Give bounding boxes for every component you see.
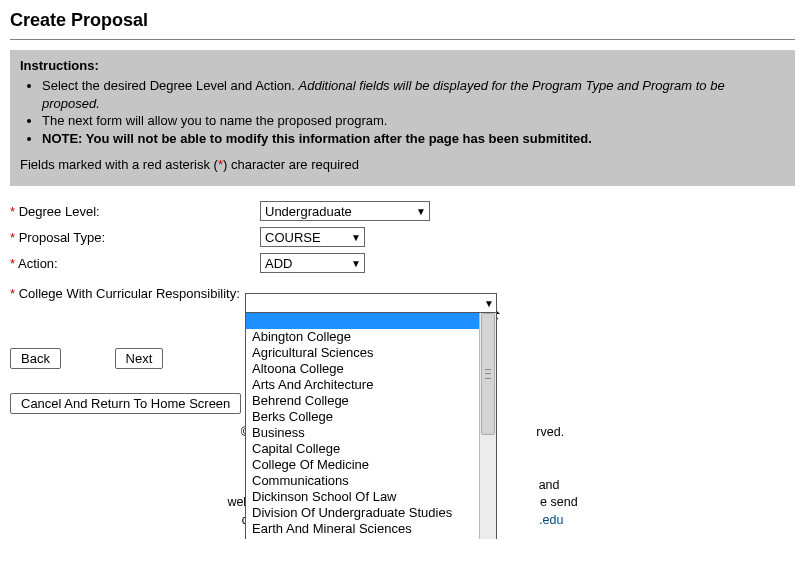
chevron-down-icon: ▼ xyxy=(351,232,361,243)
college-dropdown[interactable]: ▼ Abington CollegeAgricultural SciencesA… xyxy=(245,293,497,539)
chevron-down-icon: ▼ xyxy=(484,298,494,309)
instruction-item: The next form will allow you to name the… xyxy=(42,112,785,130)
required-asterisk: * xyxy=(10,286,15,301)
select-value: Undergraduate xyxy=(265,204,352,219)
cancel-button[interactable]: Cancel And Return To Home Screen xyxy=(10,393,241,414)
dropdown-option[interactable]: Berks College xyxy=(246,409,479,425)
required-note-pre: Fields marked with a red asterisk ( xyxy=(20,157,218,172)
page-title: Create Proposal xyxy=(10,10,795,31)
dropdown-option[interactable]: Altoona College xyxy=(246,361,479,377)
dropdown-option[interactable]: Behrend College xyxy=(246,393,479,409)
footer-text: and xyxy=(539,478,560,492)
select-value: COURSE xyxy=(265,230,321,245)
back-button[interactable]: Back xyxy=(10,348,61,369)
select-value: ADD xyxy=(265,256,292,271)
dropdown-header[interactable]: ▼ xyxy=(246,294,496,313)
chevron-down-icon: ▼ xyxy=(351,258,361,269)
dropdown-option[interactable]: Dickinson School Of Law xyxy=(246,489,479,505)
scrollbar-thumb[interactable] xyxy=(481,313,495,435)
instruction-item: NOTE: You will not be able to modify thi… xyxy=(42,130,785,148)
dropdown-option[interactable]: Capital College xyxy=(246,441,479,457)
dropdown-option[interactable] xyxy=(246,313,479,329)
dropdown-option[interactable]: Agricultural Sciences xyxy=(246,345,479,361)
instruction-text: Select the desired Degree Level and Acti… xyxy=(42,78,299,93)
dropdown-option[interactable]: College Of Medicine xyxy=(246,457,479,473)
label-text: Action: xyxy=(18,256,58,271)
footer-text: e send xyxy=(540,495,578,509)
instructions-panel: Instructions: Select the desired Degree … xyxy=(10,50,795,186)
dropdown-option[interactable]: Business xyxy=(246,425,479,441)
chevron-down-icon: ▼ xyxy=(416,206,426,217)
required-asterisk: * xyxy=(10,230,15,245)
dropdown-scrollbar[interactable] xyxy=(479,313,496,539)
proposal-type-label: * Proposal Type: xyxy=(10,230,260,245)
label-text: College With Curricular Responsibility: xyxy=(19,286,240,301)
required-note-post: ) character are required xyxy=(223,157,359,172)
proposal-type-select[interactable]: COURSE ▼ xyxy=(260,227,365,247)
dropdown-list[interactable]: Abington CollegeAgricultural SciencesAlt… xyxy=(246,313,479,539)
dropdown-option[interactable]: Earth And Mineral Sciences xyxy=(246,521,479,537)
action-select[interactable]: ADD ▼ xyxy=(260,253,365,273)
footer-text: rved. xyxy=(536,425,564,439)
dropdown-option[interactable]: Division Of Undergraduate Studies xyxy=(246,505,479,521)
dropdown-option[interactable]: Communications xyxy=(246,473,479,489)
dropdown-option[interactable]: Education xyxy=(246,537,479,539)
label-text: Degree Level: xyxy=(19,204,100,219)
required-fields-note: Fields marked with a red asterisk (*) ch… xyxy=(20,157,785,172)
degree-level-label: * Degree Level: xyxy=(10,204,260,219)
required-asterisk: * xyxy=(10,204,15,219)
action-label: * Action: xyxy=(10,256,260,271)
label-text: Proposal Type: xyxy=(19,230,105,245)
instruction-item: Select the desired Degree Level and Acti… xyxy=(42,77,785,112)
required-asterisk: * xyxy=(10,256,15,271)
footer-link-email[interactable]: .edu xyxy=(539,513,563,527)
dropdown-option[interactable]: Abington College xyxy=(246,329,479,345)
heading-rule xyxy=(10,39,795,40)
dropdown-option[interactable]: Arts And Architecture xyxy=(246,377,479,393)
next-button[interactable]: Next xyxy=(115,348,164,369)
instruction-note: NOTE: You will not be able to modify thi… xyxy=(42,131,592,146)
instructions-heading: Instructions: xyxy=(20,58,99,73)
degree-level-select[interactable]: Undergraduate ▼ xyxy=(260,201,430,221)
college-label: * College With Curricular Responsibility… xyxy=(10,286,245,301)
